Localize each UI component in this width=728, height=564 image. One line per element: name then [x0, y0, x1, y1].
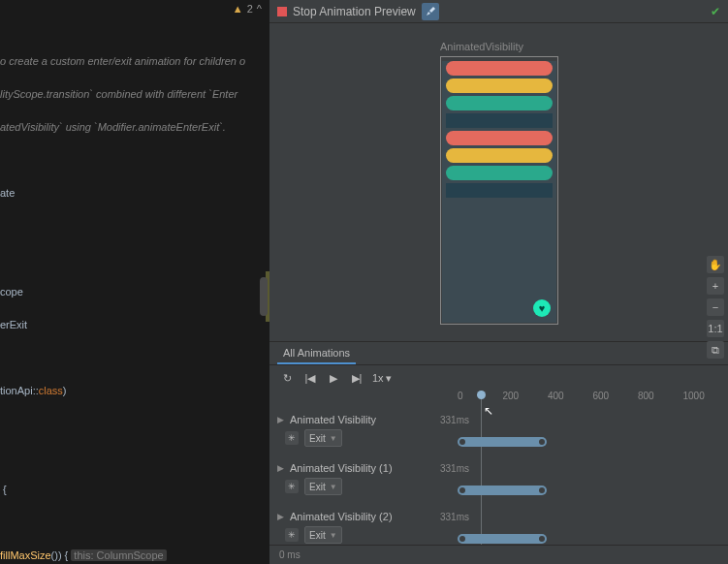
- keyframe-dot: [459, 536, 465, 542]
- brush-icon[interactable]: [422, 3, 439, 20]
- track-header[interactable]: ▶ Animated Visibility (2) 331ms: [277, 511, 450, 522]
- code-line: tionApi::class): [0, 383, 258, 399]
- animation-clip[interactable]: [458, 437, 547, 447]
- step-back-button[interactable]: |◀: [302, 370, 318, 386]
- code-line: ate: [0, 185, 258, 202]
- ruler-tick: 200: [503, 391, 549, 406]
- track-header[interactable]: ▶ Animated Visibility 331ms: [277, 414, 450, 425]
- track-name: Animated Visibility: [290, 414, 376, 425]
- animation-track: ▶ Animated Visibility 331ms ✳ Exit ▼: [269, 412, 728, 460]
- code-line: cope: [0, 284, 258, 300]
- crop-button[interactable]: ⧉: [707, 341, 724, 359]
- preview-bar: [446, 131, 553, 145]
- caret-up-icon: ^: [257, 1, 262, 17]
- footer-time: 0 ms: [279, 549, 301, 560]
- keyframe-dot: [459, 487, 465, 493]
- animation-tabbar: All Animations: [269, 342, 728, 365]
- code-line: fillMaxSize()) { this: ColumnScope: [0, 548, 258, 564]
- animation-track: ▶ Animated Visibility (2) 331ms ✳ Exit ▼: [269, 509, 728, 545]
- play-button[interactable]: ▶: [326, 370, 341, 386]
- code-line: [0, 218, 258, 235]
- inspection-bar[interactable]: ▲ 2 ^: [0, 0, 269, 17]
- device-frame: ♥: [440, 56, 558, 325]
- timeline[interactable]: 0 200 400 600 800 1000 ↖ ▶ Animated Visi…: [269, 391, 728, 545]
- code-body[interactable]: o create a custom enter/exit animation f…: [0, 37, 258, 564]
- fab-button[interactable]: ♥: [533, 299, 551, 317]
- speed-dropdown[interactable]: 1x ▾: [372, 372, 392, 385]
- code-line: [0, 152, 258, 169]
- preview-bar: [446, 96, 553, 110]
- preview-bar: [446, 166, 553, 180]
- preview-bar: [446, 78, 553, 93]
- tab-all-animations[interactable]: All Animations: [277, 343, 356, 364]
- chevron-right-icon: ▶: [277, 463, 284, 473]
- state-dropdown[interactable]: Exit ▼: [304, 429, 342, 447]
- device-inner: ♥: [442, 61, 556, 323]
- keyframe-dot: [539, 487, 545, 493]
- caret-down-icon: ▾: [386, 372, 392, 385]
- code-line: erExit: [0, 317, 258, 333]
- preview-bar: [446, 113, 553, 128]
- state-dropdown[interactable]: Exit ▼: [304, 526, 342, 544]
- step-forward-button[interactable]: ▶|: [349, 370, 364, 386]
- preview-toolbar: Stop Animation Preview ✔: [269, 0, 728, 23]
- zoom-out-button[interactable]: −: [707, 298, 724, 316]
- transport-bar: ↻ |◀ ▶ ▶| 1x ▾: [269, 365, 728, 391]
- warning-triangle-icon: ▲: [233, 1, 243, 17]
- keyframe-dot: [539, 439, 545, 445]
- caret-down-icon: ▼: [330, 531, 337, 540]
- scrollbar-thumb[interactable]: [260, 277, 268, 316]
- track-header[interactable]: ▶ Animated Visibility (1) 331ms: [277, 462, 450, 474]
- animation-clip[interactable]: [458, 486, 547, 495]
- state-value: Exit: [309, 433, 326, 444]
- ruler-tick: 800: [638, 391, 683, 406]
- ruler-tick: 400: [548, 391, 593, 406]
- chevron-right-icon: ▶: [277, 512, 284, 521]
- code-line: [0, 251, 258, 267]
- preview-label: AnimatedVisibility: [440, 41, 523, 52]
- freeze-icon[interactable]: ✳: [285, 480, 299, 493]
- keyframe-dot: [459, 439, 465, 445]
- track-rows: ▶ Animated Visibility 331ms ✳ Exit ▼: [269, 412, 728, 545]
- state-value: Exit: [309, 482, 326, 492]
- keyframe-dot: [539, 536, 545, 542]
- animation-panel: All Animations ↻ |◀ ▶ ▶| 1x ▾ 0 200 400 …: [269, 341, 728, 564]
- loop-button[interactable]: ↻: [279, 370, 295, 386]
- toolbar-title[interactable]: Stop Animation Preview: [293, 5, 416, 18]
- stop-icon[interactable]: [277, 7, 287, 16]
- preview-bar: [446, 148, 553, 163]
- animation-footer: 0 ms: [269, 545, 728, 564]
- code-line: atedVisibility` using `Modifier.animateE…: [0, 119, 258, 136]
- zoom-in-button[interactable]: +: [707, 277, 724, 295]
- code-line: {: [0, 482, 258, 498]
- speed-value: 1x: [372, 372, 384, 384]
- animation-track: ▶ Animated Visibility (1) 331ms ✳ Exit ▼: [269, 460, 728, 509]
- preview-bar: [446, 183, 553, 198]
- state-dropdown[interactable]: Exit ▼: [304, 478, 342, 495]
- code-line: [0, 515, 258, 531]
- timeline-ruler: 0 200 400 600 800 1000: [458, 391, 728, 406]
- track-name: Animated Visibility (2): [290, 511, 393, 522]
- ruler-tick: 600: [593, 391, 639, 406]
- caret-down-icon: ▼: [330, 434, 337, 443]
- preview-tools: ✋ + − 1:1 ⧉: [707, 256, 724, 359]
- code-line: [0, 416, 258, 432]
- caret-down-icon: ▼: [330, 483, 337, 491]
- warning-count: 2: [247, 1, 253, 17]
- right-panel: Stop Animation Preview ✔ AnimatedVisibil…: [269, 0, 728, 564]
- pan-tool[interactable]: ✋: [707, 256, 724, 273]
- checkmark-icon[interactable]: ✔: [711, 5, 720, 18]
- heart-icon: ♥: [539, 302, 546, 314]
- preview-bar: [446, 61, 553, 76]
- code-line: [0, 449, 258, 465]
- state-value: Exit: [309, 530, 326, 541]
- preview-surface[interactable]: AnimatedVisibility ♥ ✋ + − 1:1 ⧉: [269, 23, 728, 341]
- chevron-right-icon: ▶: [277, 415, 284, 424]
- track-name: Animated Visibility (1): [290, 462, 393, 474]
- zoom-actual-button[interactable]: 1:1: [707, 320, 724, 337]
- animation-clip[interactable]: [458, 534, 547, 544]
- code-line: lityScope.transition` combined with diff…: [0, 86, 258, 103]
- freeze-icon[interactable]: ✳: [285, 431, 299, 445]
- freeze-icon[interactable]: ✳: [285, 528, 299, 542]
- code-editor[interactable]: ▲ 2 ^ o create a custom enter/exit anima…: [0, 0, 269, 564]
